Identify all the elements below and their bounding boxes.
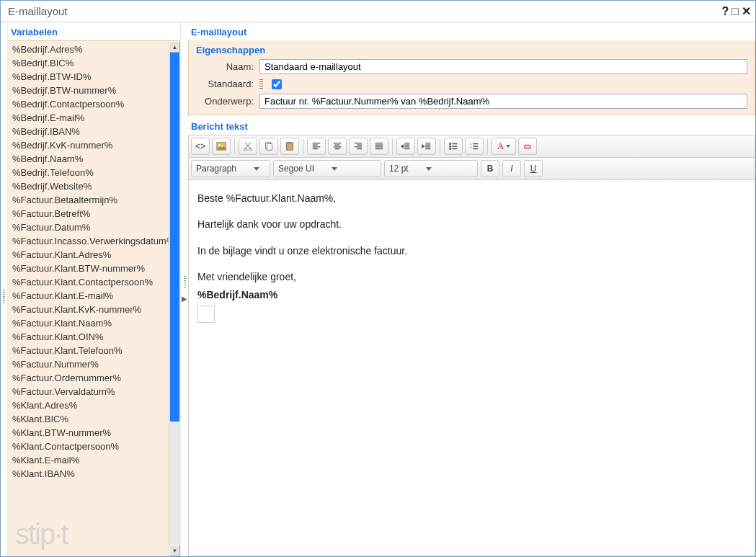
scroll-thumb[interactable] (170, 53, 179, 422)
editor-line: Hartelijk dank voor uw opdracht. (197, 216, 746, 232)
indent-button[interactable] (417, 138, 436, 155)
underline-button[interactable]: U (524, 160, 543, 177)
variable-item[interactable]: %Bedrijf.E-mail% (8, 111, 169, 125)
italic-button[interactable]: I (502, 160, 521, 177)
variable-item[interactable]: %Bedrijf.Telefoon% (8, 166, 169, 179)
svg-point-10 (450, 148, 451, 150)
variable-item[interactable]: %Bedrijf.Naam% (8, 152, 169, 166)
paste-button[interactable] (280, 138, 299, 155)
message-editor[interactable]: Beste %Factuur.Klant.Naam%, Hartelijk da… (188, 180, 755, 556)
titlebar: E-maillayout ? □ ✕ (1, 1, 755, 22)
variable-item[interactable]: %Bedrijf.BTW-ID% (8, 70, 169, 84)
variable-item[interactable]: %Bedrijf.IBAN% (8, 125, 169, 138)
properties-group: Eigenschappen Naam: Standaard: Onderwerp… (188, 40, 755, 115)
fontsize-select[interactable]: 12 pt (384, 160, 478, 177)
align-right-button[interactable] (349, 138, 368, 155)
chevron-right-icon: ▶ (182, 295, 187, 303)
scroll-up-icon[interactable]: ▲ (169, 41, 180, 53)
number-list-button[interactable]: 12 (465, 138, 484, 155)
close-icon[interactable]: ✕ (742, 4, 751, 18)
font-select[interactable]: Segoe UI (273, 160, 381, 177)
outdent-button[interactable] (396, 138, 415, 155)
variable-item[interactable]: %Factuur.Betaaltermijn% (8, 193, 169, 207)
subject-input[interactable] (259, 94, 747, 109)
variables-title: Variabelen (8, 22, 180, 40)
variable-item[interactable]: %Klant.Adres% (8, 398, 169, 412)
variable-item[interactable]: %Factuur.Klant.E-mail% (8, 289, 169, 303)
svg-point-1 (218, 144, 221, 146)
svg-rect-13 (525, 145, 531, 148)
editor-line: Beste %Factuur.Klant.Naam%, (197, 190, 746, 206)
variable-item[interactable]: %Factuur.Datum% (8, 220, 169, 234)
editor-toolbar-2: Paragraph Segoe UI 12 pt B I U (188, 158, 755, 180)
editor-line: Met vriendelijke groet, (197, 269, 746, 285)
paragraph-select[interactable]: Paragraph (191, 160, 270, 177)
variables-scrollbar[interactable]: ▲ ▼ (169, 41, 180, 556)
svg-text:2: 2 (470, 146, 472, 149)
source-button[interactable]: <> (191, 138, 210, 155)
layout-title: E-maillayout (188, 22, 755, 40)
left-collapse-handle[interactable] (1, 22, 8, 556)
clear-format-button[interactable] (518, 138, 537, 155)
splitter-handle[interactable]: ▶ (181, 22, 188, 556)
editor-line: In de bijlage vindt u onze elektronische… (197, 243, 746, 259)
name-label: Naam: (196, 61, 254, 72)
variable-item[interactable]: %Factuur.Betreft% (8, 207, 169, 220)
svg-rect-7 (288, 142, 291, 144)
svg-point-8 (450, 143, 451, 145)
standard-label: Standaard: (196, 79, 254, 89)
cut-button[interactable] (239, 138, 257, 155)
bold-button[interactable]: B (481, 160, 499, 177)
variable-item[interactable]: %Factuur.Klant.KvK-nummer% (8, 303, 169, 316)
variable-item[interactable]: %Factuur.Klant.Naam% (8, 316, 169, 330)
variable-item[interactable]: %Bedrijf.Contactpersoon% (8, 97, 169, 111)
variable-item[interactable]: %Factuur.Klant.Telefoon% (8, 344, 169, 357)
variable-item[interactable]: %Factuur.Klant.Contactpersoon% (8, 275, 169, 289)
variable-item[interactable]: %Bedrijf.BIC% (8, 56, 169, 70)
font-color-button[interactable]: A (492, 138, 516, 155)
variable-item[interactable]: %Klant.BTW-nummer% (8, 426, 169, 440)
variable-item[interactable]: %Factuur.Klant.OIN% (8, 330, 169, 344)
standard-checkbox[interactable] (272, 79, 282, 89)
variable-item[interactable]: %Factuur.Klant.BTW-nummer% (8, 262, 169, 275)
editor-signature: %Bedrijf.Naam% (197, 289, 277, 300)
help-icon[interactable]: ? (722, 5, 729, 18)
svg-point-9 (450, 146, 451, 147)
variable-item[interactable]: %Factuur.Incasso.Verwerkingsdatum% (8, 234, 169, 248)
subject-label: Onderwerp: (196, 96, 254, 107)
variable-item[interactable]: %Klant.IBAN% (8, 467, 169, 481)
name-input[interactable] (259, 59, 747, 74)
align-left-button[interactable] (307, 138, 326, 155)
layout-panel: E-maillayout Eigenschappen Naam: Standaa… (188, 22, 755, 556)
variable-item[interactable]: %Klant.E-mail% (8, 453, 169, 467)
copy-button[interactable] (259, 138, 278, 155)
variable-item[interactable]: %Bedrijf.Website% (8, 179, 169, 193)
variable-item[interactable]: %Factuur.Klant.Adres% (8, 248, 169, 262)
align-justify-button[interactable] (370, 138, 388, 155)
variable-item[interactable]: %Bedrijf.Adres% (8, 43, 169, 56)
variable-item[interactable]: %Bedrijf.KvK-nummer% (8, 138, 169, 152)
variable-item[interactable]: %Factuur.Vervaldatum% (8, 385, 169, 398)
variable-item[interactable]: %Factuur.Nummer% (8, 357, 169, 371)
grip-icon (259, 79, 263, 89)
editor-toolbar: <> 12 A (188, 135, 755, 158)
properties-title: Eigenschappen (189, 40, 755, 57)
variable-item[interactable]: %Klant.Contactpersoon% (8, 440, 169, 453)
maximize-icon[interactable]: □ (731, 5, 739, 18)
window-title: E-maillayout (8, 5, 68, 17)
variable-item[interactable]: %Bedrijf.BTW-nummer% (8, 84, 169, 97)
variable-item[interactable]: %Klant.BIC% (8, 412, 169, 426)
bullet-list-button[interactable] (444, 138, 463, 155)
image-button[interactable] (212, 138, 231, 155)
scroll-down-icon[interactable]: ▼ (169, 545, 180, 556)
align-center-button[interactable] (328, 138, 347, 155)
variable-item[interactable]: %Factuur.Ordernummer% (8, 371, 169, 385)
message-title: Bericht tekst (188, 115, 755, 135)
signature-image-placeholder (197, 306, 215, 323)
svg-rect-5 (267, 144, 272, 151)
variables-panel: Variabelen %Bedrijf.Adres%%Bedrijf.BIC%%… (8, 22, 181, 556)
variables-list[interactable]: %Bedrijf.Adres%%Bedrijf.BIC%%Bedrijf.BTW… (8, 41, 169, 556)
